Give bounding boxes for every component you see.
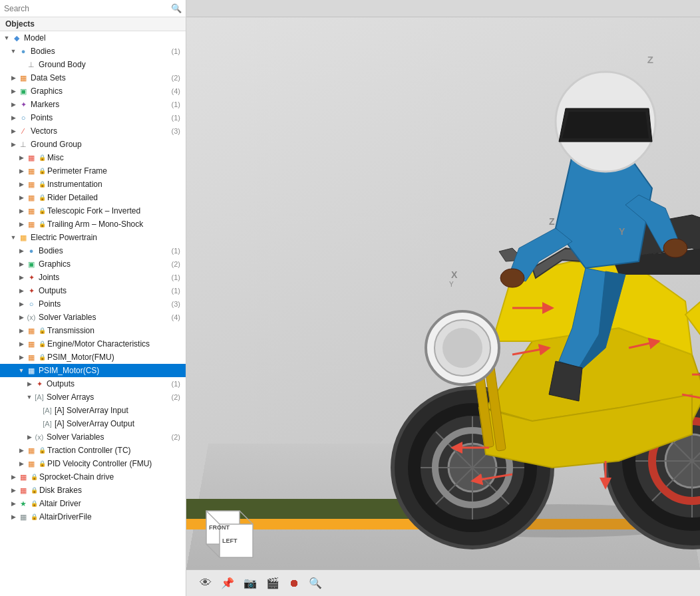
tree-arrow-perimeter-frame[interactable]: ▶: [17, 167, 25, 175]
tree-arrow-telescopic-fork[interactable]: ▶: [17, 207, 25, 215]
svg-point-25: [500, 269, 524, 287]
tree-item-perimeter-frame[interactable]: ▶▦🔒Perimeter Frame: [0, 164, 186, 178]
tree-label-ep-graphics: Graphics: [39, 259, 172, 269]
tree-item-psim-motor-cs[interactable]: ▼▦PSIM_Motor(CS): [0, 364, 186, 377]
tree-icon-telescopic-fork: ▦: [26, 206, 37, 216]
tree-item-trailing-arm[interactable]: ▶▦🔒Trailing Arm – Mono-Shock: [0, 218, 186, 231]
tree-arrow-ep-graphics[interactable]: ▶: [17, 260, 25, 268]
tree-arrow-solver-array-output[interactable]: [33, 420, 41, 428]
tree-item-ground-group[interactable]: ▶⊥Ground Group: [0, 138, 186, 151]
tree-item-ground-body[interactable]: ⊥Ground Body: [0, 58, 186, 71]
tree-item-psim-motor-fmu[interactable]: ▶▦🔒PSIM_Motor(FMU): [0, 351, 186, 364]
tree-arrow-model[interactable]: ▼: [3, 34, 11, 42]
tree-arrow-sprocket-chain[interactable]: ▶: [9, 473, 17, 481]
tree-item-solver-arrays[interactable]: ▼[A]Solver Arrays (2): [0, 390, 186, 404]
tree-count-ep-graphics: (2): [172, 260, 184, 268]
tree-arrow-psim-motor-cs[interactable]: ▼: [17, 367, 25, 374]
tree-arrow-ep-bodies[interactable]: ▶: [17, 247, 25, 255]
tree-arrow-traction-controller[interactable]: ▶: [17, 446, 25, 454]
tree-arrow-data-sets[interactable]: ▶: [9, 74, 17, 82]
tree-icon-ep-solver-vars: (x): [26, 312, 37, 323]
tree-arrow-points[interactable]: ▶: [9, 114, 17, 122]
tree-arrow-solver-array-input[interactable]: [33, 406, 41, 414]
tree-item-traction-controller[interactable]: ▶▦🔒Traction Controller (TC): [0, 444, 186, 457]
tree-item-psim-outputs[interactable]: ▶✦Outputs (1): [0, 377, 186, 390]
tree-arrow-graphics-top[interactable]: ▶: [9, 87, 17, 95]
tree-arrow-misc[interactable]: ▶: [17, 154, 25, 162]
tree-item-ep-solver-vars[interactable]: ▶(x)Solver Variables (4): [0, 311, 186, 324]
tree-arrow-ep-points[interactable]: ▶: [17, 300, 25, 308]
tree-label-ep-outputs: Outputs: [39, 286, 172, 295]
tree-arrow-ep-outputs[interactable]: ▶: [17, 287, 25, 295]
tree-item-sprocket-chain[interactable]: ▶▦🔒Sprocket-Chain drive: [0, 470, 186, 484]
tree-arrow-engine-motor[interactable]: ▶: [17, 340, 25, 348]
pin-icon[interactable]: 📌: [221, 577, 234, 589]
tree-item-graphics-top[interactable]: ▶▣Graphics (4): [0, 84, 186, 98]
tree-arrow-psim-motor-fmu[interactable]: ▶: [17, 353, 25, 361]
tree-item-ep-outputs[interactable]: ▶✦Outputs (1): [0, 284, 186, 297]
tree-arrow-ground-group[interactable]: ▶: [9, 140, 17, 148]
tree-arrow-trailing-arm[interactable]: ▶: [17, 220, 25, 228]
tree-arrow-instrumentation[interactable]: ▶: [17, 180, 25, 188]
tree-item-points[interactable]: ▶○Points (1): [0, 111, 186, 124]
tree-arrow-vectors[interactable]: ▶: [9, 127, 17, 135]
tree-item-ep-joints[interactable]: ▶✦Joints (1): [0, 271, 186, 284]
svg-point-23: [442, 328, 482, 368]
tree-arrow-solver-vars-cs[interactable]: ▶: [25, 433, 33, 441]
tree-item-model[interactable]: ▼◆Model: [0, 31, 186, 45]
tree-arrow-pid-velocity[interactable]: ▶: [17, 460, 25, 468]
tree-icon-instrumentation: ▦: [26, 179, 37, 190]
tree-item-disk-brakes[interactable]: ▶▦🔒Disk Brakes: [0, 484, 186, 497]
tree-item-transmission[interactable]: ▶▦🔒Transmission: [0, 324, 186, 337]
svg-text:FRONT: FRONT: [209, 524, 230, 531]
tree-arrow-ep-solver-vars[interactable]: ▶: [17, 313, 25, 321]
tree-arrow-solver-arrays[interactable]: ▼: [25, 393, 33, 401]
search-input[interactable]: [4, 4, 168, 13]
render-icon[interactable]: 🎬: [266, 577, 279, 589]
tree-arrow-disk-brakes[interactable]: ▶: [9, 486, 17, 494]
tree-item-pid-velocity[interactable]: ▶▦🔒PID Velocity Controller (FMU): [0, 457, 186, 470]
eye-icon[interactable]: 👁: [200, 576, 212, 590]
tree-item-instrumentation[interactable]: ▶▦🔒Instrumentation: [0, 178, 186, 191]
tree-item-solver-array-input[interactable]: [A][A] SolverArray Input: [0, 404, 186, 417]
tree-item-altair-driver[interactable]: ▶★🔒Altair Driver: [0, 497, 186, 510]
tree-item-solver-array-output[interactable]: [A][A] SolverArray Output: [0, 417, 186, 430]
tree-item-ep-points[interactable]: ▶○Points (3): [0, 297, 186, 311]
tree-item-engine-motor[interactable]: ▶▦🔒Engine/Motor Characteristics: [0, 337, 186, 351]
tree-item-electric-powertrain[interactable]: ▼▦Electric Powertrain: [0, 231, 186, 244]
tree-arrow-altair-driver[interactable]: ▶: [9, 500, 17, 508]
tree-arrow-altair-driver-file[interactable]: ▶: [9, 513, 17, 521]
tree-label-vectors: Vectors: [31, 126, 172, 136]
viewport: Z: [186, 17, 700, 596]
tree-icon-points: ○: [18, 112, 29, 123]
tree-arrow-transmission[interactable]: ▶: [17, 327, 25, 335]
tree-item-misc[interactable]: ▶▦🔒Misc: [0, 151, 186, 164]
tree-item-rider-detailed[interactable]: ▶▦🔒Rider Detailed: [0, 191, 186, 204]
tree-item-ep-bodies[interactable]: ▶●Bodies (1): [0, 244, 186, 257]
tree-count-ep-joints: (1): [172, 273, 184, 281]
lock-icon-transmission: 🔒: [39, 327, 46, 334]
tree-label-psim-motor-fmu: PSIM_Motor(FMU): [47, 353, 184, 362]
tree-label-graphics-top: Graphics: [31, 86, 172, 96]
tree-arrow-bodies[interactable]: ▼: [9, 47, 17, 55]
lock-icon-perimeter-frame: 🔒: [39, 168, 46, 174]
tree-arrow-ep-joints[interactable]: ▶: [17, 273, 25, 281]
tree-icon-rider-detailed: ▦: [26, 192, 37, 203]
tree-arrow-markers[interactable]: ▶: [9, 100, 17, 108]
tree-item-solver-vars-cs[interactable]: ▶(x)Solver Variables (2): [0, 430, 186, 444]
camera-icon[interactable]: 📷: [244, 577, 257, 589]
tree-item-data-sets[interactable]: ▶▦Data Sets (2): [0, 71, 186, 84]
tree-item-telescopic-fork[interactable]: ▶▦🔒Telescopic Fork – Inverted: [0, 204, 186, 218]
tree-arrow-rider-detailed[interactable]: ▶: [17, 194, 25, 202]
tree-arrow-ground-body[interactable]: [17, 61, 25, 69]
tree-arrow-psim-outputs[interactable]: ▶: [25, 380, 33, 388]
tree-item-markers[interactable]: ▶✦Markers (1): [0, 98, 186, 111]
tree-label-markers: Markers: [31, 100, 172, 109]
zoom-icon[interactable]: 🔍: [309, 577, 322, 589]
record-icon[interactable]: ⏺: [289, 577, 299, 589]
tree-arrow-electric-powertrain[interactable]: ▼: [9, 233, 17, 241]
tree-item-vectors[interactable]: ▶∕Vectors (3): [0, 124, 186, 138]
tree-item-ep-graphics[interactable]: ▶▣Graphics (2): [0, 257, 186, 271]
tree-item-bodies[interactable]: ▼●Bodies (1): [0, 45, 186, 58]
tree-item-altair-driver-file[interactable]: ▶▦🔒AltairDriverFile: [0, 510, 186, 523]
